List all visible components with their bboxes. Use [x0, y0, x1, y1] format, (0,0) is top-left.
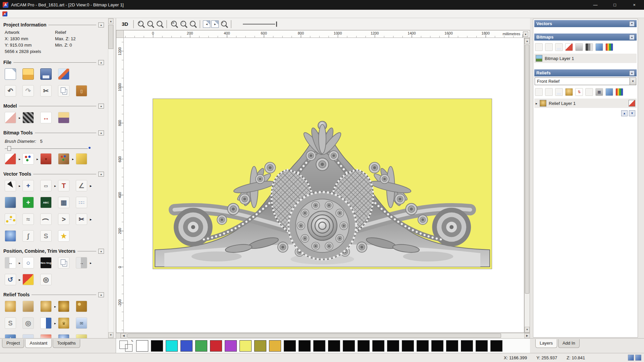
scrollbar-thumb[interactable] — [108, 25, 113, 49]
select-vectors-icon[interactable] — [5, 180, 16, 191]
swatch-black-2[interactable] — [284, 340, 296, 352]
scroll-down-button[interactable]: ▼ — [525, 327, 530, 333]
dropdown-arrow-icon[interactable]: ▼ — [630, 78, 636, 85]
fan-relief-icon[interactable] — [40, 334, 52, 338]
swatch-gold[interactable] — [269, 340, 281, 352]
swatch-black-10[interactable] — [402, 340, 414, 352]
swatch-black-5[interactable] — [328, 340, 340, 352]
block-paste-icon[interactable]: ∷∷ — [76, 197, 87, 208]
paint-icon[interactable] — [5, 153, 16, 165]
status-grid-icon[interactable] — [628, 355, 634, 361]
arc-tool-icon[interactable]: S — [40, 230, 52, 242]
group-vectors-icon[interactable] — [58, 257, 69, 268]
align-vectors-icon[interactable]: ↔ — [5, 257, 16, 268]
scrollbar-track[interactable] — [108, 24, 113, 332]
zoom-window-icon[interactable]: ▭ — [170, 20, 178, 28]
swatch-black-14[interactable] — [461, 340, 473, 352]
smooth-relief-icon[interactable] — [5, 301, 16, 312]
scroll-up-button[interactable]: ▲ — [525, 38, 530, 44]
close-button[interactable]: × — [625, 0, 644, 10]
bitmap-layer-artwork[interactable] — [153, 99, 492, 269]
lights-material-icon[interactable] — [58, 112, 69, 123]
artcam-small-icon[interactable]: A — [2, 11, 7, 16]
swatch-black-8[interactable] — [372, 340, 384, 352]
swatch-black-7[interactable] — [358, 340, 370, 352]
collapse-bitmap-tools-button[interactable]: ▲ — [98, 130, 104, 135]
save-relief-icon[interactable] — [555, 88, 563, 96]
open-bitmap-icon[interactable] — [545, 43, 553, 51]
merge-bitmap-icon[interactable] — [575, 43, 583, 51]
previous-view-icon[interactable]: ◂ — [203, 20, 210, 28]
canvas-vertical-scrollbar[interactable]: ▲ ▼ — [524, 38, 530, 333]
star-wizard-icon[interactable]: ★ — [5, 334, 16, 338]
weave-wizard-icon[interactable]: ◎ — [22, 317, 34, 329]
assistant-panel-scrollbar[interactable]: ▲ ▼ — [108, 18, 114, 338]
tab-toolpaths[interactable]: Toolpaths — [53, 339, 80, 348]
swatch-green[interactable] — [195, 340, 207, 352]
maximize-button[interactable]: □ — [605, 0, 625, 10]
calculate-relief-icon[interactable]: ▦ — [595, 88, 603, 96]
turn-wizard-icon[interactable]: ♛ — [58, 317, 69, 329]
slice-vectors-icon[interactable]: → — [76, 257, 87, 268]
redo-icon[interactable]: ↷ — [22, 85, 34, 97]
zoom-selection-icon[interactable]: ▪ — [220, 20, 228, 28]
drawing-canvas[interactable] — [124, 38, 524, 333]
canvas-horizontal-scrollbar[interactable]: ◀ ▶ — [116, 333, 530, 338]
swatch-magenta[interactable] — [225, 340, 237, 352]
vector-wizard-icon[interactable]: ★ — [58, 230, 69, 242]
bitmap-layer-row[interactable]: Bitmap Layer 1 — [534, 54, 637, 63]
copy-icon[interactable] — [58, 85, 69, 97]
mirror-vectors-icon[interactable]: ↺ — [5, 274, 16, 285]
create-polyline-icon[interactable]: ~ — [5, 214, 16, 225]
swatch-black-3[interactable] — [299, 340, 311, 352]
sandpaper-icon[interactable] — [22, 301, 34, 312]
primary-colour-swatch[interactable] — [119, 341, 128, 349]
transform-vectors-icon[interactable]: + — [22, 180, 34, 191]
swatch-black-11[interactable] — [417, 340, 429, 352]
new-bitmap-icon[interactable] — [535, 43, 543, 51]
delete-bitmap-icon[interactable] — [595, 43, 603, 51]
nesting-icon[interactable]: Nes ting — [40, 257, 52, 268]
scrollbar-track[interactable] — [126, 333, 524, 338]
load-reference-model-icon[interactable] — [5, 112, 16, 123]
collapse-bitmaps-button[interactable]: ▲ — [629, 35, 635, 40]
undo-icon[interactable]: ↶ — [5, 85, 16, 97]
export-model-icon[interactable] — [58, 68, 69, 80]
cut-icon[interactable]: ✂ — [40, 85, 52, 97]
collapse-model-button[interactable]: ▲ — [98, 104, 104, 109]
swatch-black-9[interactable] — [387, 340, 399, 352]
collapse-file-button[interactable]: ▲ — [98, 60, 104, 65]
measure-icon[interactable]: ∠ — [76, 180, 87, 191]
scroll-right-button[interactable]: ▶ — [524, 333, 530, 338]
relief-layer-row[interactable]: ▸ Relief Layer 1 — [534, 99, 637, 108]
swatch-black-16[interactable] — [490, 340, 502, 352]
swatch-black-15[interactable] — [476, 340, 488, 352]
toolbar-zoom-slider[interactable] — [243, 20, 280, 28]
active-colours-indicator[interactable]: ✎ — [119, 340, 133, 352]
trim-vectors-icon[interactable]: ✂ — [76, 214, 87, 225]
new-relief-icon[interactable] — [535, 88, 543, 96]
set-model-size-icon[interactable]: ↔ — [40, 112, 52, 123]
scrollbar-thumb[interactable] — [127, 334, 501, 338]
tab-project[interactable]: Project — [2, 339, 24, 348]
ruler-units-dropdown-button[interactable]: ▼ — [523, 32, 528, 37]
zoom-out-icon[interactable]: - — [146, 20, 154, 28]
sculpt-icon[interactable] — [40, 301, 52, 312]
tab-assistant[interactable]: Assistant — [25, 339, 52, 348]
weld-vectors-icon[interactable] — [22, 274, 34, 285]
create-text-icon[interactable]: T — [58, 180, 69, 191]
paste-icon[interactable]: ▯ — [76, 85, 87, 97]
brush-diameter-slider[interactable] — [5, 144, 99, 150]
bitmap-layer-name[interactable]: Bitmap Layer 1 — [545, 56, 574, 61]
create-rectangle-icon[interactable]: ▭ — [40, 180, 52, 191]
swatch-black-12[interactable] — [431, 340, 443, 352]
zoom-last-icon[interactable]: · — [155, 20, 164, 28]
swatch-black-13[interactable] — [446, 340, 458, 352]
collapse-relief-tools-button[interactable]: ▲ — [98, 292, 104, 297]
face-wizard-icon[interactable]: ✉ — [76, 317, 87, 329]
swatch-olive[interactable] — [254, 340, 266, 352]
scrollbar-track[interactable] — [525, 44, 530, 327]
swatch-yellow[interactable] — [239, 340, 252, 352]
invert-relief-icon[interactable]: ⇅ — [575, 88, 583, 96]
tab-layers[interactable]: Layers — [535, 339, 557, 348]
